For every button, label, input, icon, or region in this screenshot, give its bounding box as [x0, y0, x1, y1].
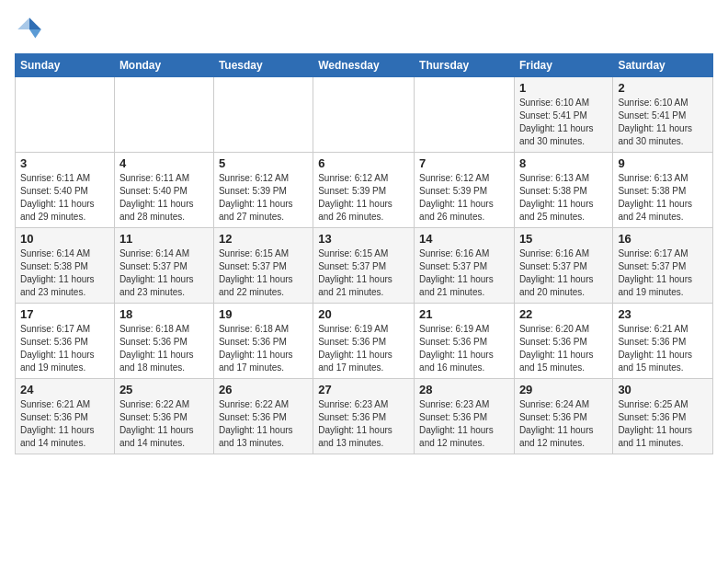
weekday-header-thursday: Thursday	[415, 54, 515, 77]
daylight-label: Daylight: 11 hours and 13 minutes.	[219, 425, 293, 448]
day-number: 28	[419, 383, 509, 396]
calendar-cell: 29Sunrise: 6:24 AMSunset: 5:36 PMDayligh…	[514, 379, 612, 454]
sunrise-label: Sunrise: 6:17 AM	[20, 324, 90, 334]
sunrise-label: Sunrise: 6:10 AM	[519, 98, 589, 108]
calendar-cell: 12Sunrise: 6:15 AMSunset: 5:37 PMDayligh…	[213, 228, 313, 304]
daylight-label: Daylight: 11 hours and 23 minutes.	[119, 274, 194, 297]
daylight-label: Daylight: 11 hours and 16 minutes.	[419, 350, 494, 373]
daylight-label: Daylight: 11 hours and 11 minutes.	[618, 425, 692, 448]
calendar-cell: 1Sunrise: 6:10 AMSunset: 5:41 PMDaylight…	[514, 77, 612, 153]
sunrise-label: Sunrise: 6:14 AM	[119, 248, 189, 259]
daylight-label: Daylight: 11 hours and 20 minutes.	[519, 274, 594, 297]
day-info: Sunrise: 6:14 AMSunset: 5:37 PMDaylight:…	[119, 247, 209, 299]
day-number: 13	[318, 232, 409, 246]
calendar-cell: 3Sunrise: 6:11 AMSunset: 5:40 PMDaylight…	[16, 153, 115, 228]
calendar-cell: 25Sunrise: 6:22 AMSunset: 5:36 PMDayligh…	[114, 379, 213, 454]
day-info: Sunrise: 6:11 AMSunset: 5:40 PMDaylight:…	[119, 172, 209, 224]
sunrise-label: Sunrise: 6:23 AM	[419, 399, 489, 409]
svg-marker-0	[29, 17, 41, 29]
day-number: 12	[219, 232, 308, 246]
day-info: Sunrise: 6:23 AMSunset: 5:36 PMDaylight:…	[419, 398, 509, 450]
daylight-label: Daylight: 11 hours and 19 minutes.	[20, 350, 95, 373]
sunset-label: Sunset: 5:36 PM	[119, 337, 188, 347]
daylight-label: Daylight: 11 hours and 17 minutes.	[219, 350, 293, 373]
sunset-label: Sunset: 5:36 PM	[519, 412, 587, 422]
calendar-cell: 19Sunrise: 6:18 AMSunset: 5:36 PMDayligh…	[213, 304, 313, 379]
daylight-label: Daylight: 11 hours and 24 minutes.	[618, 199, 692, 222]
sunrise-label: Sunrise: 6:25 AM	[618, 399, 688, 409]
day-number: 20	[318, 307, 409, 321]
day-info: Sunrise: 6:17 AMSunset: 5:36 PMDaylight:…	[20, 323, 109, 374]
daylight-label: Daylight: 11 hours and 17 minutes.	[318, 350, 392, 373]
day-info: Sunrise: 6:19 AMSunset: 5:36 PMDaylight:…	[318, 323, 409, 374]
day-number: 14	[419, 232, 509, 246]
sunrise-label: Sunrise: 6:12 AM	[419, 173, 489, 183]
day-number: 27	[318, 383, 409, 396]
calendar-cell: 14Sunrise: 6:16 AMSunset: 5:37 PMDayligh…	[415, 228, 515, 304]
day-info: Sunrise: 6:25 AMSunset: 5:36 PMDaylight:…	[618, 398, 708, 450]
daylight-label: Daylight: 11 hours and 21 minutes.	[419, 274, 494, 297]
calendar-cell: 15Sunrise: 6:16 AMSunset: 5:37 PMDayligh…	[514, 228, 612, 304]
calendar-cell	[313, 77, 415, 153]
page-header	[15, 15, 713, 44]
calendar-cell	[213, 77, 313, 153]
calendar-cell: 24Sunrise: 6:21 AMSunset: 5:36 PMDayligh…	[16, 379, 115, 454]
sunset-label: Sunset: 5:38 PM	[20, 261, 88, 271]
day-number: 2	[618, 81, 708, 95]
day-info: Sunrise: 6:22 AMSunset: 5:36 PMDaylight:…	[119, 398, 209, 450]
sunset-label: Sunset: 5:36 PM	[318, 337, 386, 347]
logo-icon	[15, 15, 44, 44]
calendar-table: SundayMondayTuesdayWednesdayThursdayFrid…	[15, 53, 713, 454]
sunset-label: Sunset: 5:36 PM	[119, 412, 188, 422]
day-number: 19	[219, 307, 308, 321]
day-number: 7	[419, 156, 509, 170]
calendar-cell: 13Sunrise: 6:15 AMSunset: 5:37 PMDayligh…	[313, 228, 415, 304]
sunset-label: Sunset: 5:39 PM	[219, 186, 287, 196]
sunrise-label: Sunrise: 6:16 AM	[419, 248, 489, 259]
logo	[15, 15, 48, 44]
day-info: Sunrise: 6:12 AMSunset: 5:39 PMDaylight:…	[219, 172, 308, 224]
sunset-label: Sunset: 5:38 PM	[618, 186, 686, 196]
sunset-label: Sunset: 5:36 PM	[419, 412, 487, 422]
weekday-header-tuesday: Tuesday	[213, 54, 313, 77]
day-info: Sunrise: 6:18 AMSunset: 5:36 PMDaylight:…	[119, 323, 209, 374]
day-info: Sunrise: 6:15 AMSunset: 5:37 PMDaylight:…	[219, 247, 308, 299]
day-number: 3	[20, 156, 109, 170]
day-number: 17	[20, 307, 109, 321]
day-info: Sunrise: 6:24 AMSunset: 5:36 PMDaylight:…	[519, 398, 608, 450]
calendar-week-row: 17Sunrise: 6:17 AMSunset: 5:36 PMDayligh…	[16, 304, 713, 379]
day-info: Sunrise: 6:17 AMSunset: 5:37 PMDaylight:…	[618, 247, 708, 299]
day-number: 30	[618, 383, 708, 396]
calendar-cell: 30Sunrise: 6:25 AMSunset: 5:36 PMDayligh…	[613, 379, 713, 454]
day-info: Sunrise: 6:14 AMSunset: 5:38 PMDaylight:…	[20, 247, 109, 299]
sunset-label: Sunset: 5:39 PM	[419, 186, 487, 196]
daylight-label: Daylight: 11 hours and 14 minutes.	[20, 425, 95, 448]
daylight-label: Daylight: 11 hours and 23 minutes.	[20, 274, 95, 297]
daylight-label: Daylight: 11 hours and 13 minutes.	[318, 425, 392, 448]
day-number: 26	[219, 383, 308, 396]
sunset-label: Sunset: 5:36 PM	[618, 412, 686, 422]
calendar-cell: 22Sunrise: 6:20 AMSunset: 5:36 PMDayligh…	[514, 304, 612, 379]
day-info: Sunrise: 6:11 AMSunset: 5:40 PMDaylight:…	[20, 172, 109, 224]
day-info: Sunrise: 6:16 AMSunset: 5:37 PMDaylight:…	[419, 247, 509, 299]
day-number: 1	[519, 81, 608, 95]
sunrise-label: Sunrise: 6:20 AM	[519, 324, 589, 334]
day-info: Sunrise: 6:12 AMSunset: 5:39 PMDaylight:…	[318, 172, 409, 224]
day-number: 21	[419, 307, 509, 321]
calendar-page: SundayMondayTuesdayWednesdayThursdayFrid…	[0, 0, 728, 462]
sunset-label: Sunset: 5:36 PM	[20, 337, 88, 347]
sunrise-label: Sunrise: 6:21 AM	[20, 399, 90, 409]
day-number: 5	[219, 156, 308, 170]
calendar-cell	[415, 77, 515, 153]
calendar-cell: 8Sunrise: 6:13 AMSunset: 5:38 PMDaylight…	[514, 153, 612, 228]
sunrise-label: Sunrise: 6:18 AM	[119, 324, 189, 334]
calendar-cell: 7Sunrise: 6:12 AMSunset: 5:39 PMDaylight…	[415, 153, 515, 228]
daylight-label: Daylight: 11 hours and 25 minutes.	[519, 199, 594, 222]
calendar-week-row: 24Sunrise: 6:21 AMSunset: 5:36 PMDayligh…	[16, 379, 713, 454]
day-number: 10	[20, 232, 109, 246]
sunrise-label: Sunrise: 6:16 AM	[519, 248, 589, 259]
day-number: 24	[20, 383, 109, 396]
day-number: 6	[318, 156, 409, 170]
sunrise-label: Sunrise: 6:18 AM	[219, 324, 289, 334]
day-number: 25	[119, 383, 209, 396]
